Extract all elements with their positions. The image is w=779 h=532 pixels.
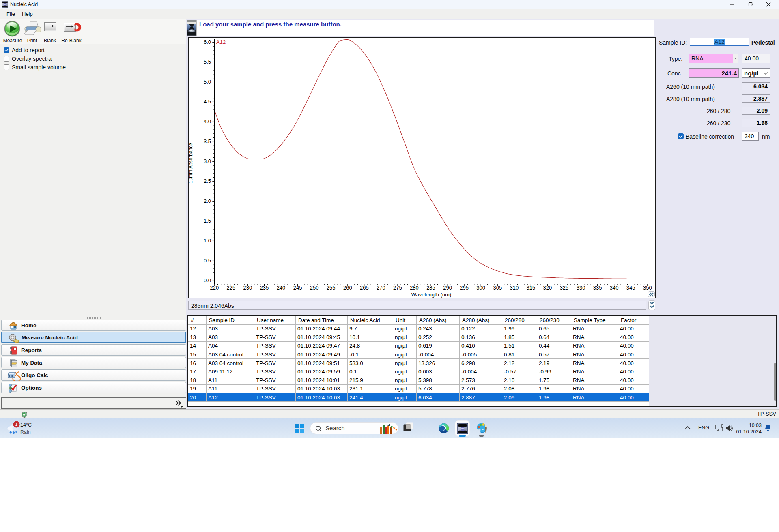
- svg-text:4.0: 4.0: [204, 118, 211, 124]
- svg-text:235: 235: [260, 285, 269, 291]
- svg-text:280: 280: [410, 285, 419, 291]
- svg-text:320: 320: [543, 285, 552, 291]
- svg-text:340: 340: [610, 285, 619, 291]
- svg-text:0.5: 0.5: [204, 257, 211, 264]
- svg-text:Wavelength (nm): Wavelength (nm): [411, 292, 452, 298]
- svg-text:250: 250: [310, 285, 319, 291]
- svg-text:5.0: 5.0: [204, 79, 211, 85]
- svg-text:3.5: 3.5: [204, 138, 211, 144]
- svg-text:1.5: 1.5: [204, 218, 211, 224]
- svg-text:310: 310: [510, 285, 519, 291]
- svg-text:5.5: 5.5: [204, 59, 211, 65]
- svg-text:345: 345: [626, 285, 635, 291]
- svg-text:270: 270: [377, 285, 385, 291]
- svg-text:10mm Absorbance: 10mm Absorbance: [188, 143, 194, 183]
- svg-text:255: 255: [327, 285, 336, 291]
- svg-text:0.0: 0.0: [204, 277, 211, 283]
- svg-text:290: 290: [443, 285, 452, 291]
- svg-text:4.5: 4.5: [204, 99, 211, 105]
- svg-text:315: 315: [527, 285, 536, 291]
- svg-text:A12: A12: [216, 39, 226, 45]
- svg-text:6.0: 6.0: [204, 39, 211, 45]
- svg-text:300: 300: [476, 285, 485, 291]
- svg-text:220: 220: [210, 285, 219, 291]
- svg-text:2.0: 2.0: [204, 198, 211, 204]
- svg-text:245: 245: [293, 285, 302, 291]
- svg-text:330: 330: [577, 285, 585, 291]
- svg-text:1.0: 1.0: [204, 238, 211, 244]
- svg-text:305: 305: [493, 285, 502, 291]
- svg-text:240: 240: [277, 285, 286, 291]
- svg-text:1: 1: [15, 422, 18, 427]
- svg-text:260: 260: [343, 285, 352, 291]
- svg-text:275: 275: [393, 285, 402, 291]
- svg-text:265: 265: [360, 285, 369, 291]
- svg-text:2.5: 2.5: [204, 178, 211, 184]
- svg-text:335: 335: [593, 285, 602, 291]
- svg-text:325: 325: [560, 285, 569, 291]
- svg-text:225: 225: [227, 285, 236, 291]
- svg-text:285: 285: [426, 285, 435, 291]
- svg-text:350: 350: [643, 285, 652, 291]
- svg-text:3.0: 3.0: [204, 158, 211, 164]
- svg-text:230: 230: [243, 285, 252, 291]
- svg-text:295: 295: [460, 285, 469, 291]
